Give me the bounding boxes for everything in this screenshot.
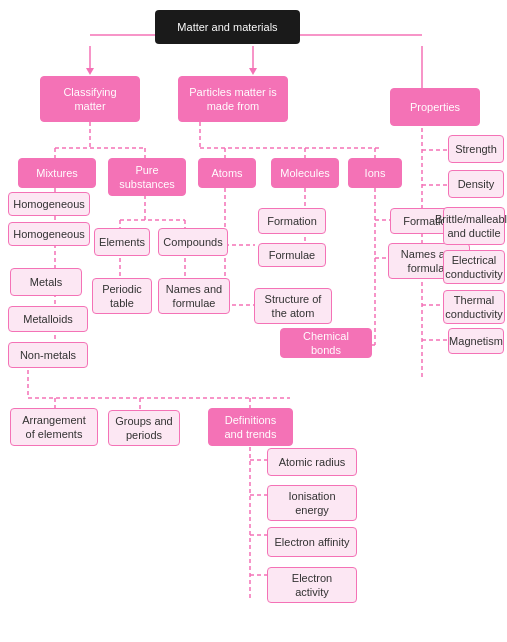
node-density: Density [448, 170, 504, 198]
node-definitions-trends: Definitions and trends [208, 408, 293, 446]
node-chemical-bonds: Chemical bonds [280, 328, 372, 358]
node-formulae: Formulae [258, 243, 326, 267]
node-homogeneous2: Homogeneous [8, 222, 90, 246]
node-particles-matter: Particles matter is made from [178, 76, 288, 122]
node-molecules: Molecules [271, 158, 339, 188]
node-atoms: Atoms [198, 158, 256, 188]
node-structure-atom: Structure of the atom [254, 288, 332, 324]
node-names-formulae-compounds: Names and formulae [158, 278, 230, 314]
node-non-metals: Non-metals [8, 342, 88, 368]
node-groups-periods: Groups and periods [108, 410, 180, 446]
node-electron-affinity: Electron affinity [267, 527, 357, 557]
node-periodic-table: Periodic table [92, 278, 152, 314]
node-metals: Metals [10, 268, 82, 296]
node-strength: Strength [448, 135, 504, 163]
node-mixtures: Mixtures [18, 158, 96, 188]
node-elements: Elements [94, 228, 150, 256]
node-magnetism: Magnetism [448, 328, 504, 354]
node-ions: Ions [348, 158, 402, 188]
node-properties: Properties [390, 88, 480, 126]
node-brittle: Brittle/malleable and ductile [443, 207, 505, 245]
node-electrical: Electrical conductivity [443, 250, 505, 284]
node-homogeneous1: Homogeneous [8, 192, 90, 216]
node-arrangement: Arrangement of elements [10, 408, 98, 446]
node-compounds: Compounds [158, 228, 228, 256]
svg-marker-1 [86, 68, 94, 75]
svg-marker-3 [249, 68, 257, 75]
node-metalloids: Metalloids [8, 306, 88, 332]
node-formation-molecules: Formation [258, 208, 326, 234]
node-matter-materials: Matter and materials [155, 10, 300, 44]
node-ionisation-energy: Ionisation energy [267, 485, 357, 521]
node-classifying-matter: Classifying matter [40, 76, 140, 122]
node-atomic-radius: Atomic radius [267, 448, 357, 476]
node-pure-substances: Pure substances [108, 158, 186, 196]
node-thermal: Thermal conductivity [443, 290, 505, 324]
node-electron-activity: Electron activity [267, 567, 357, 603]
